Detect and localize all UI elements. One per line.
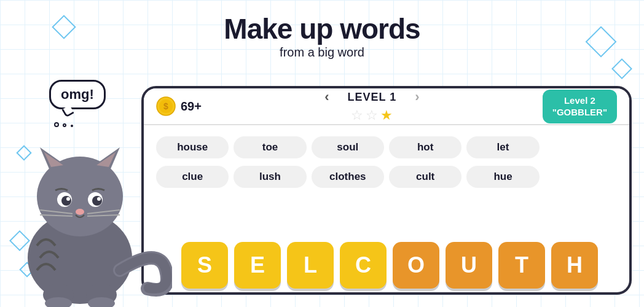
tile-o[interactable]: O (393, 242, 439, 289)
next-level-button[interactable]: Level 2 "GOBBLER" (543, 90, 617, 123)
star-2: ☆ (366, 107, 378, 123)
tile-t[interactable]: T (498, 242, 545, 289)
word-grid: house toe soul hot let clue lush clothes… (144, 125, 629, 199)
cat-illustration (0, 74, 197, 307)
word-pill[interactable]: toe (234, 136, 306, 158)
level-nav: ‹ LEVEL 1 › (324, 89, 419, 105)
word-pill[interactable]: cult (389, 166, 461, 188)
next-level-line1: Level 2 (552, 95, 607, 107)
svg-point-10 (66, 197, 70, 201)
svg-point-12 (76, 209, 84, 215)
main-subtitle: from a big word (0, 45, 644, 60)
speech-bubble: omg! (49, 80, 106, 109)
star-3: ★ (380, 107, 393, 123)
level-center: ‹ LEVEL 1 › ☆ ☆ ★ (324, 89, 419, 123)
svg-point-9 (92, 196, 102, 206)
speech-text: omg! (61, 87, 94, 102)
word-pill[interactable]: clothes (312, 166, 384, 188)
word-pill[interactable]: hue (466, 166, 539, 188)
tile-h[interactable]: H (551, 242, 598, 289)
bubble-dots (54, 119, 74, 130)
tile-l[interactable]: L (287, 242, 334, 289)
next-level-line2: "GOBBLER" (552, 106, 607, 119)
level-label: LEVEL 1 (348, 91, 397, 104)
next-level-button[interactable]: › (415, 89, 419, 105)
main-title: Make up words (0, 12, 644, 45)
svg-point-8 (61, 196, 71, 206)
tile-c[interactable]: C (340, 242, 387, 289)
word-pill[interactable]: lush (234, 166, 306, 188)
stars: ☆ ☆ ★ (351, 107, 393, 123)
header: Make up words from a big word (0, 12, 644, 60)
tile-u[interactable]: U (446, 242, 492, 289)
word-pill[interactable]: soul (312, 136, 384, 158)
word-pill[interactable]: let (466, 136, 539, 158)
prev-level-button[interactable]: ‹ (324, 89, 329, 105)
tile-e[interactable]: E (234, 242, 281, 289)
star-1: ☆ (351, 107, 363, 123)
panel-topbar: $ 69+ ‹ LEVEL 1 › ☆ ☆ ★ Level 2 "GOBBLER… (144, 88, 629, 125)
word-pill[interactable]: hot (389, 136, 461, 158)
letter-tiles: S E L C O U T H (147, 242, 632, 289)
svg-point-11 (97, 197, 101, 201)
